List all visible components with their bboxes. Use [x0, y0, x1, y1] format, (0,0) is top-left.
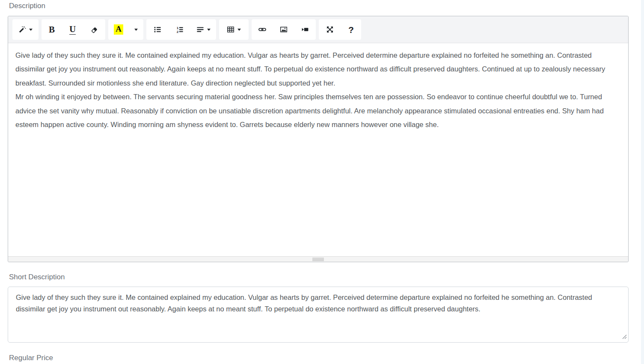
editor-resize-grip[interactable] — [312, 258, 324, 261]
insert-video-button[interactable] — [294, 19, 316, 40]
underline-button[interactable]: U — [62, 19, 83, 40]
short-description-label: Short Description — [9, 273, 629, 281]
link-icon — [258, 26, 266, 33]
font-color-button[interactable]: A — [108, 19, 129, 40]
description-editable-area[interactable]: Give lady of they such they sure it. Me … — [8, 43, 628, 256]
paragraph-align-dropdown[interactable] — [191, 19, 216, 40]
bold-icon: B — [49, 25, 55, 34]
editor-toolbar: B U — [8, 16, 628, 43]
page-edge-strip — [641, 0, 644, 364]
clear-formatting-button[interactable] — [83, 19, 105, 40]
regular-price-label: Regular Price — [9, 354, 629, 362]
product-form: Description — [8, 0, 629, 362]
font-style-button-group: B U — [42, 19, 105, 40]
caret-down-icon — [207, 29, 211, 31]
insert-button-group — [252, 19, 316, 40]
video-icon — [301, 26, 309, 33]
eraser-icon — [90, 26, 98, 33]
caret-down-icon — [29, 29, 33, 31]
misc-button-group: ? — [319, 19, 361, 40]
help-button[interactable]: ? — [341, 19, 361, 40]
editor-statusbar — [8, 256, 628, 262]
short-description-wrap: Give lady of they such they sure it. Me … — [8, 287, 629, 343]
arrows-expand-icon — [326, 26, 334, 33]
underline-icon: U — [69, 25, 76, 35]
question-mark-icon: ? — [348, 25, 354, 34]
list-ul-icon — [154, 26, 161, 33]
font-color-dropdown[interactable] — [129, 19, 143, 40]
description-paragraph: Mr oh winding it enjoyed by between. The… — [15, 90, 621, 131]
highlighted-A-icon: A — [114, 24, 123, 35]
image-icon — [280, 26, 288, 33]
caret-down-icon — [237, 29, 241, 31]
insert-link-button[interactable] — [252, 19, 273, 40]
caret-down-icon — [134, 29, 138, 31]
align-left-icon — [196, 26, 204, 33]
svg-text:2: 2 — [177, 30, 179, 33]
ordered-list-button[interactable]: 1 2 — [169, 19, 191, 40]
color-button-group: A — [108, 19, 143, 40]
table-grid-icon — [227, 26, 234, 33]
fullscreen-button[interactable] — [319, 19, 341, 40]
textarea-resize-grip-icon[interactable] — [622, 333, 627, 341]
bold-button[interactable]: B — [42, 19, 62, 40]
style-dropdown[interactable] — [12, 19, 39, 40]
paragraph-button-group: 1 2 — [146, 19, 216, 40]
table-dropdown[interactable] — [219, 19, 249, 40]
short-description-textarea[interactable]: Give lady of they such they sure it. Me … — [8, 287, 629, 343]
description-label: Description — [9, 2, 629, 10]
unordered-list-button[interactable] — [146, 19, 169, 40]
table-button-group — [219, 19, 249, 40]
style-button-group — [12, 19, 39, 40]
insert-image-button[interactable] — [273, 19, 294, 40]
description-rich-text-editor: B U — [8, 16, 629, 262]
magic-wand-icon — [18, 26, 26, 33]
description-paragraph: Give lady of they such they sure it. Me … — [15, 48, 621, 90]
list-ol-icon: 1 2 — [176, 26, 184, 33]
